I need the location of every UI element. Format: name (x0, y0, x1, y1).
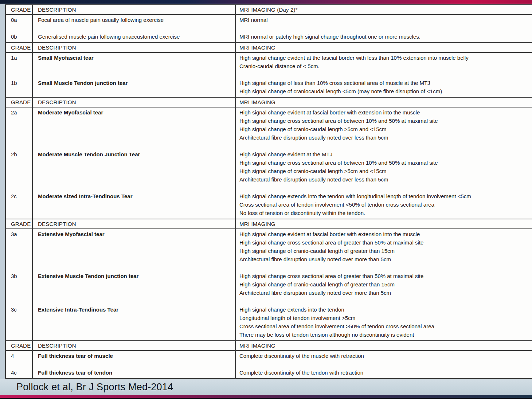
grade-cell: 1b (6, 78, 33, 97)
mri-cell: High signal change extends into the tend… (236, 191, 532, 219)
grade-cell: 4 (6, 351, 33, 368)
grade-cell: 3c (6, 305, 33, 340)
mri-line: High signal change of cranio-caudal leng… (239, 125, 528, 133)
grade-3-section: GRADE DESCRIPTION MRI IMAGING 3a Extensi… (6, 219, 532, 340)
mri-line: High signal change evident at the MTJ (239, 150, 528, 159)
grade-cell: 2b (6, 149, 33, 191)
table-row-3c: 3c Extensive Intra-Tendinous Tear High s… (6, 305, 532, 340)
table-row-0a: 0a Focal area of muscle pain usually fol… (6, 15, 532, 32)
section-header-row: GRADE DESCRIPTION MRI IMAGING (6, 340, 532, 351)
mri-line: High signal change extends into the tend… (239, 305, 528, 314)
mri-cell: High signal change evident at fascial bo… (236, 107, 532, 149)
mri-line: Cross sectional area of tendon involveme… (239, 200, 528, 209)
table-row-0b: 0b Generalised muscle pain following una… (6, 32, 532, 42)
mri-line: High signal change evident at fascial bo… (239, 108, 528, 117)
mri-cell: High signal change evident at fascial bo… (236, 229, 532, 271)
table-row-1a: 1a Small Myofascial tear High signal cha… (6, 53, 532, 78)
description-cell: Extensive Myofascial tear (33, 229, 236, 271)
mri-cell: MRI normal (236, 15, 532, 32)
mri-line: Longitudinal length of tendon involvemen… (239, 314, 528, 322)
mri-line: No loss of tension or discontinuity with… (239, 209, 528, 217)
column-header-grade: GRADE (6, 219, 33, 228)
slide-bottom-accent-bar (0, 395, 532, 399)
description-cell: Moderate Myofascial tear (33, 107, 236, 149)
column-header-mri: MRI IMAGING (236, 341, 532, 350)
mri-line: High signal change of less than 10% cros… (239, 79, 528, 87)
column-header-description: DESCRIPTION (33, 341, 236, 350)
description-cell: Moderate Muscle Tendon Junction Tear (33, 149, 236, 191)
grade-cell: 3a (6, 229, 33, 271)
grade-cell: 4c (6, 368, 33, 378)
mri-line: Complete discontinuity of the tendon wit… (239, 368, 528, 377)
column-header-mri: MRI IMAGING (236, 43, 532, 52)
mri-line: High signal change of cranio-caudal leng… (239, 247, 528, 255)
section-header-row: GRADE DESCRIPTION MRI IMAGING (6, 97, 532, 107)
column-header-grade: GRADE (6, 341, 33, 350)
grade-cell: 1a (6, 53, 33, 78)
column-header-mri: MRI IMAGING (236, 98, 532, 107)
description-cell: Small Myofascial tear (33, 53, 236, 78)
table-row-2b: 2b Moderate Muscle Tendon Junction Tear … (6, 149, 532, 191)
mri-cell: Complete discontinuity of the muscle wit… (236, 351, 532, 368)
mri-cell: High signal change of less than 10% cros… (236, 78, 532, 97)
mri-line: MRI normal or patchy high signal change … (239, 32, 528, 41)
grade-cell: 2a (6, 107, 33, 149)
table-row-2a: 2a Moderate Myofascial tear High signal … (6, 107, 532, 149)
grade-cell: 0b (6, 32, 33, 42)
injury-grading-table: GRADE DESCRIPTION MRI IMAGING (Day 2)* 0… (5, 4, 532, 379)
table-row-3a: 3a Extensive Myofascial tear High signal… (6, 229, 532, 271)
citation-text: Pollock et al, Br J Sports Med-2014 (16, 382, 173, 393)
column-header-grade: GRADE (6, 43, 33, 52)
mri-cell: High signal change cross sectional area … (236, 271, 532, 305)
section-header-row: GRADE DESCRIPTION MRI IMAGING (Day 2)* (6, 5, 532, 15)
grade-cell: 2c (6, 191, 33, 219)
column-header-grade: GRADE (6, 98, 33, 107)
mri-line: Architectural fibre disruption usually n… (239, 255, 528, 263)
table-row-4c: 4c Full thickness tear of tendon Complet… (6, 368, 532, 378)
grade-2-section: GRADE DESCRIPTION MRI IMAGING 2a Moderat… (6, 97, 532, 219)
grade-1-section: GRADE DESCRIPTION MRI IMAGING 1a Small M… (6, 42, 532, 97)
mri-line: High signal change cross sectional area … (239, 238, 528, 247)
description-cell: Small Muscle Tendon junction tear (33, 78, 236, 97)
mri-line: Cross sectional area of tendon involveme… (239, 322, 528, 330)
mri-line: Complete discontinuity of the muscle wit… (239, 352, 528, 360)
mri-line: MRI normal (239, 16, 528, 24)
mri-line: High signal change of craniocaudal lengt… (239, 87, 528, 95)
description-cell: Full thickness tear of tendon (33, 368, 236, 378)
description-cell: Extensive Intra-Tendinous Tear (33, 305, 236, 340)
table-row-4: 4 Full thickness tear of muscle Complete… (6, 351, 532, 368)
column-header-description: DESCRIPTION (33, 5, 236, 14)
description-cell: Extensive Muscle Tendon junction tear (33, 271, 236, 305)
description-cell: Full thickness tear of muscle (33, 351, 236, 368)
column-header-grade: GRADE (6, 5, 33, 14)
column-header-description: DESCRIPTION (33, 43, 236, 52)
grade-cell: 3b (6, 271, 33, 305)
grade-4-section: GRADE DESCRIPTION MRI IMAGING 4 Full thi… (6, 340, 532, 378)
section-header-row: GRADE DESCRIPTION MRI IMAGING (6, 219, 532, 229)
description-cell: Moderate sized Intra-Tendinous Tear (33, 191, 236, 219)
column-header-mri: MRI IMAGING (Day 2)* (236, 5, 532, 14)
table-row-2c: 2c Moderate sized Intra-Tendinous Tear H… (6, 191, 532, 219)
mri-line: There may be loss of tendon tension alth… (239, 330, 528, 339)
description-cell: Focal area of muscle pain usually follow… (33, 15, 236, 32)
table-row-1b: 1b Small Muscle Tendon junction tear Hig… (6, 78, 532, 97)
mri-line: High signal change cross sectional area … (239, 159, 528, 167)
mri-line: Architectural fibre disruption usually n… (239, 175, 528, 184)
description-cell: Generalised muscle pain following unaccu… (33, 32, 236, 42)
mri-line: High signal change of cranio-caudal leng… (239, 167, 528, 175)
mri-line: Architectural fibre disruption usually n… (239, 289, 528, 297)
slide-top-accent-bar (0, 0, 532, 4)
column-header-description: DESCRIPTION (33, 98, 236, 107)
mri-cell: Complete discontinuity of the tendon wit… (236, 368, 532, 378)
mri-cell: High signal change extends into the tend… (236, 305, 532, 340)
citation-bar: Pollock et al, Br J Sports Med-2014 (0, 379, 532, 395)
mri-cell: High signal change evident at the MTJ Hi… (236, 149, 532, 191)
mri-line: High signal change of cranio-caudal leng… (239, 280, 528, 289)
mri-cell: High signal change evident at the fascia… (236, 53, 532, 78)
mri-line: Architectural fibre disruption usually n… (239, 133, 528, 142)
grade-cell: 0a (6, 15, 33, 32)
column-header-description: DESCRIPTION (33, 219, 236, 228)
column-header-mri: MRI IMAGING (236, 219, 532, 228)
mri-line: Cranio-caudal distance of < 5cm. (239, 62, 528, 70)
mri-line: High signal change cross sectional area … (239, 117, 528, 125)
